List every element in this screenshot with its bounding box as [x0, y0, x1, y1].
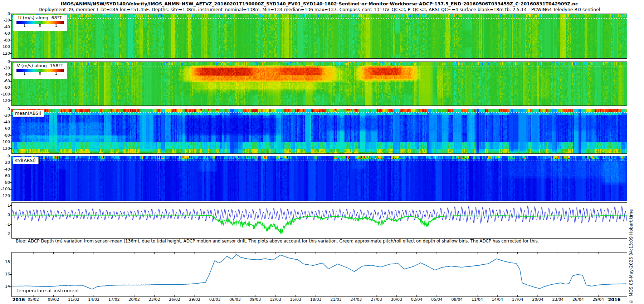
- y-tick-label: 0: [0, 107, 10, 111]
- y-tick-label: -100: [0, 92, 10, 97]
- figure-subtitle: Deployment 39, member 1 lat=34S lon=151.…: [0, 7, 639, 12]
- v-velocity-panel: V (m/s) along -158°T -1 0 1: [11, 62, 627, 106]
- y-tick-label: -20: [0, 160, 10, 165]
- depth-variation-caption: Blue: ADCP Depth (m) variation from sens…: [16, 239, 539, 244]
- v-colorbar-tick-labels: -1 0 1: [13, 72, 67, 76]
- y-tick-mark: [10, 53, 11, 54]
- y-tick-label: 0: [0, 154, 10, 158]
- std-absi-panel: std(ABSI): [11, 156, 627, 201]
- y-tick-mark: [10, 34, 11, 34]
- y-tick-label: -40: [0, 72, 10, 77]
- y-tick-mark: [10, 27, 11, 27]
- x-tick-label: 14/04: [487, 297, 507, 302]
- x-tick-label: 03/03: [205, 297, 225, 302]
- x-tick-label: 29/02: [185, 297, 205, 302]
- u-colorbar-tick-labels: -1 0 1: [13, 24, 67, 28]
- y-tick-label: -100: [0, 187, 10, 191]
- y-tick-label: 18: [0, 260, 10, 264]
- y-tick-mark: [10, 88, 11, 88]
- y-tick-mark: [10, 122, 11, 122]
- y-tick-mark: [10, 100, 11, 101]
- mean-absi-label: mean(ABSI): [13, 110, 44, 117]
- y-tick-mark: [10, 116, 11, 116]
- u-colorbar-tick: -1: [22, 24, 26, 28]
- std-absi-label: std(ABSI): [13, 157, 39, 164]
- x-tick-label: 15/03: [286, 297, 306, 302]
- y-tick-label: 0: [0, 212, 10, 217]
- y-tick-label: -80: [0, 180, 10, 185]
- v-colorbar-tick: -1: [22, 72, 26, 75]
- y-tick-mark: [10, 74, 11, 75]
- y-tick-mark: [10, 47, 11, 47]
- x-tick-label: 26/04: [568, 297, 588, 302]
- y-tick-mark: [10, 81, 11, 82]
- y-tick-mark: [10, 148, 11, 149]
- x-tick-label: 12/03: [265, 297, 286, 302]
- y-tick-mark: [10, 20, 11, 21]
- y-tick-label: -80: [0, 133, 10, 138]
- x-tick-label: 23/04: [548, 297, 568, 302]
- y-tick-label: -80: [0, 38, 10, 43]
- y-tick-label: -60: [0, 126, 10, 131]
- v-velocity-heatmap: [12, 62, 627, 106]
- y-tick-label: -60: [0, 173, 10, 178]
- y-tick-label: 1: [0, 203, 10, 208]
- x-tick-label: 30/03: [386, 297, 406, 302]
- y-tick-label: -120: [0, 51, 10, 56]
- u-velocity-heatmap: [12, 14, 627, 58]
- x-tick-label: 21/03: [326, 297, 346, 302]
- y-tick-label: -2: [0, 231, 10, 236]
- x-tick-label: 23/02: [144, 297, 164, 302]
- mean-absi-heatmap: [12, 109, 627, 153]
- y-tick-mark: [10, 176, 11, 176]
- depth-variation-plot: [12, 203, 627, 238]
- y-tick-mark: [10, 196, 11, 196]
- x-tick-label: 09/03: [245, 297, 265, 302]
- v-colorbar-legend: V (m/s) along -158°T -1 0 1: [13, 63, 67, 79]
- x-tick-label: 11/04: [467, 297, 487, 302]
- y-tick-label: -120: [0, 146, 10, 151]
- y-tick-mark: [10, 156, 11, 156]
- x-axis-year-end: 2016: [606, 297, 623, 302]
- y-tick-label: -60: [0, 31, 10, 36]
- y-tick-label: 16: [0, 272, 10, 276]
- x-tick-label: 26/02: [165, 297, 185, 302]
- y-tick-mark: [10, 182, 11, 183]
- y-tick-mark: [10, 68, 11, 68]
- x-tick-label: 29/04: [588, 297, 608, 302]
- u-colorbar-tick: 0: [39, 24, 41, 28]
- depth-variation-panel: [11, 202, 627, 239]
- y-tick-label: 0: [0, 59, 10, 64]
- temperature-panel: [11, 252, 627, 297]
- y-tick-mark: [10, 135, 11, 136]
- y-tick-label: -60: [0, 79, 10, 83]
- temperature-plot: [12, 252, 627, 296]
- y-tick-label: -100: [0, 139, 10, 144]
- y-tick-mark: [10, 286, 11, 287]
- x-tick-label: 20/04: [528, 297, 548, 302]
- y-tick-mark: [10, 274, 11, 275]
- y-tick-mark: [10, 142, 11, 142]
- y-tick-mark: [10, 14, 11, 14]
- y-tick-mark: [10, 109, 11, 109]
- y-tick-label: -40: [0, 120, 10, 124]
- u-legend-title: U (m/s) along -68°T: [13, 15, 67, 21]
- y-tick-label: -40: [0, 25, 10, 29]
- y-tick-mark: [10, 129, 11, 129]
- x-tick-label: 27/03: [366, 297, 386, 302]
- x-tick-label: 20/02: [124, 297, 144, 302]
- y-tick-mark: [10, 224, 11, 225]
- y-tick-mark: [10, 189, 11, 190]
- y-tick-label: 0: [0, 11, 10, 16]
- x-tick-label: 02/04: [407, 297, 427, 302]
- x-tick-label: 11/02: [64, 297, 84, 302]
- x-tick-label: 24/03: [346, 297, 366, 302]
- v-colorbar-tick: 0: [39, 72, 41, 75]
- temperature-label: Temperature at instrument: [16, 288, 79, 293]
- y-tick-label: -40: [0, 167, 10, 172]
- y-tick-label: -1: [0, 222, 10, 227]
- y-tick-label: -20: [0, 66, 10, 70]
- figure-title: IMOS/ANMN/NSW/SYD140/Velocity/IMOS_ANMN-…: [0, 1, 639, 6]
- adcp-figure: IMOS/ANMN/NSW/SYD140/Velocity/IMOS_ANMN-…: [0, 0, 644, 304]
- v-legend-title: V (m/s) along -158°T: [13, 63, 67, 69]
